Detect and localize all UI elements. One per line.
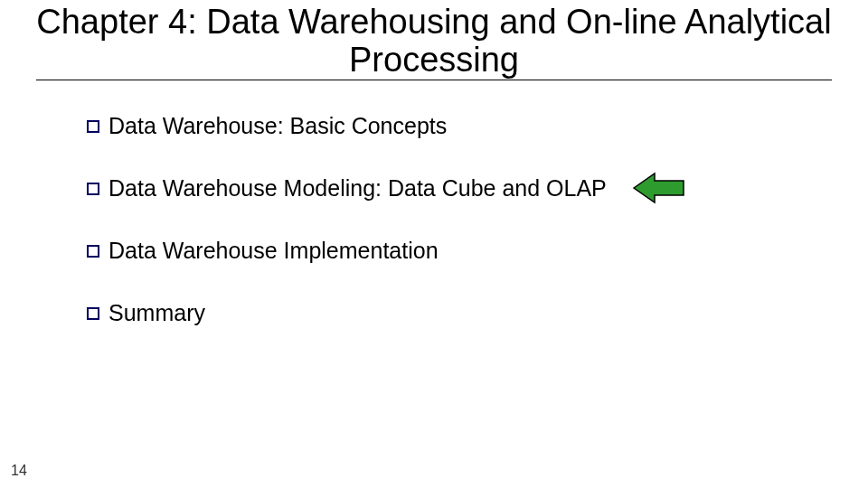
list-item: Summary xyxy=(87,300,868,326)
svg-marker-0 xyxy=(634,174,684,202)
list-item: Data Warehouse Implementation xyxy=(87,238,868,264)
square-bullet-icon xyxy=(87,245,99,258)
list-item-label: Summary xyxy=(108,300,205,326)
highlight-arrow-icon xyxy=(629,170,693,210)
page-number: 14 xyxy=(11,463,27,479)
list-item-label: Data Warehouse Implementation xyxy=(108,238,439,264)
bullet-list: Data Warehouse: Basic Concepts Data Ware… xyxy=(0,86,868,326)
slide-title: Chapter 4: Data Warehousing and On-line … xyxy=(0,0,868,85)
title-underline xyxy=(36,80,832,80)
square-bullet-icon xyxy=(87,183,99,195)
list-item-label: Data Warehouse Modeling: Data Cube and O… xyxy=(108,175,607,202)
list-item-label: Data Warehouse: Basic Concepts xyxy=(108,113,447,139)
square-bullet-icon xyxy=(87,120,99,133)
square-bullet-icon xyxy=(87,307,99,320)
list-item: Data Warehouse Modeling: Data Cube and O… xyxy=(87,175,868,202)
list-item: Data Warehouse: Basic Concepts xyxy=(87,113,868,139)
